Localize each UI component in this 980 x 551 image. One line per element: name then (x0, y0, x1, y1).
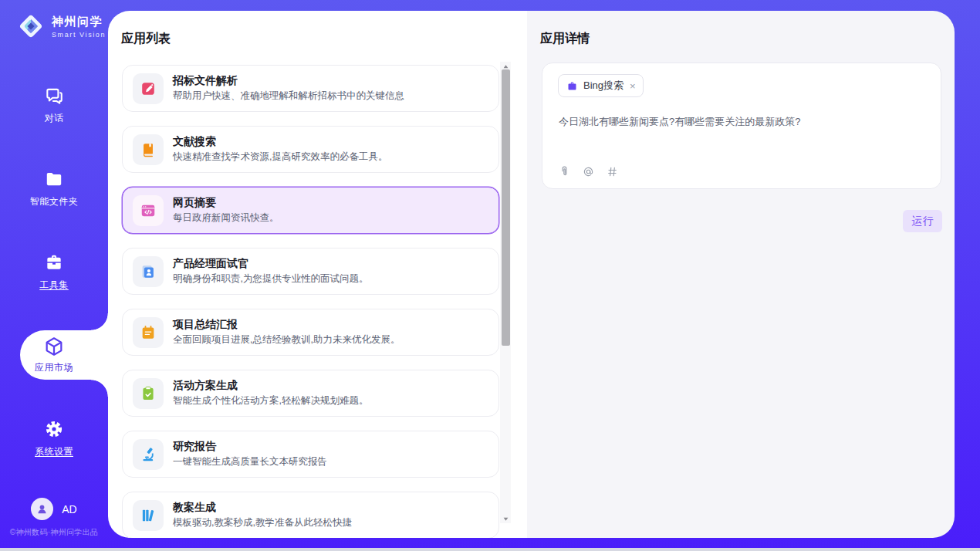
sidebar-nav: 对话 智能文件夹 工具集 应用市场 系统设置 (0, 63, 108, 480)
app-card-text: 网页摘要 每日政府新闻资讯快查。 (173, 196, 279, 225)
app-icon-tile (133, 195, 164, 226)
app-list-title: 应用列表 (121, 31, 171, 47)
sidebar-item-market[interactable]: 应用市场 (20, 330, 108, 380)
sidebar: 神州问学 Smart Vision 对话 智能文件夹 工具集 应用市场 (0, 0, 108, 548)
calendar-note-icon (140, 324, 157, 341)
sidebar-item-folders[interactable]: 智能文件夹 (0, 147, 108, 230)
brand-name: 神州问学 (52, 15, 106, 29)
app-name: 产品经理面试官 (173, 257, 368, 269)
app-description: 模板驱动,教案秒成,教学准备从此轻松快捷 (173, 516, 352, 529)
run-button[interactable]: 运行 (903, 210, 942, 232)
app-icon-tile (133, 73, 164, 104)
interview-icon (140, 263, 157, 280)
prompt-input[interactable]: 今日湖北有哪些新闻要点?有哪些需要关注的最新政策? (559, 114, 927, 130)
sidebar-item-label: 智能文件夹 (30, 195, 79, 208)
list-scrollbar[interactable] (500, 62, 511, 523)
app-detail-title: 应用详情 (540, 31, 590, 47)
app-icon-tile (133, 500, 164, 531)
gear-icon (44, 419, 64, 439)
paperclip-icon[interactable] (558, 165, 571, 178)
app-description: 帮助用户快速、准确地理解和解析招标书中的关键信息 (173, 90, 404, 103)
chat-icon (44, 86, 64, 106)
gem-logo-icon (14, 9, 48, 43)
copyright-footer: ©神州数码·神州问学出品 (0, 527, 108, 538)
app-card-text: 文献搜索 快速精准查找学术资源,提高研究效率的必备工具。 (173, 135, 387, 164)
app-name: 项目总结汇报 (173, 318, 400, 330)
app-name: 文献搜索 (173, 135, 387, 147)
sidebar-item-label: 对话 (45, 112, 64, 125)
attachment-toolbar (558, 165, 619, 178)
app-icon-tile (133, 439, 164, 470)
tool-chip-bing-search[interactable]: Bing搜索 × (558, 74, 644, 97)
app-description: 每日政府新闻资讯快查。 (173, 211, 279, 225)
scrollbar-thumb[interactable] (502, 69, 510, 346)
app-card[interactable]: 研究报告 一键智能生成高质量长文本研究报告 (122, 431, 499, 478)
app-list-panel: 应用列表 招标文件解析 帮助用户快速、准确地理解和解析招标书中的关键信息 (108, 11, 527, 538)
app-card-text: 教案生成 模板驱动,教案秒成,教学准备从此轻松快捷 (173, 501, 352, 529)
app-name: 教案生成 (173, 501, 352, 513)
hash-icon[interactable] (606, 165, 619, 178)
app-name: 招标文件解析 (173, 74, 404, 86)
tool-chip-label: Bing搜索 (583, 79, 623, 93)
bottom-edge-strip (0, 548, 980, 551)
main-content: 应用列表 招标文件解析 帮助用户快速、准确地理解和解析招标书中的关键信息 (108, 11, 955, 538)
app-description: 全面回顾项目进展,总结经验教训,助力未来优化发展。 (173, 333, 400, 346)
app-icon-tile (133, 134, 164, 165)
app-icon-tile (133, 317, 164, 348)
sidebar-item-label: 系统设置 (35, 445, 73, 458)
app-card[interactable]: 网页摘要 每日政府新闻资讯快查。 (122, 187, 499, 234)
brand-tagline: Smart Vision (52, 31, 106, 39)
user-avatar-icon (35, 502, 49, 516)
clipboard-check-icon (140, 385, 157, 402)
scroll-down-button[interactable] (500, 514, 511, 523)
app-name: 研究报告 (173, 440, 327, 452)
app-icon-tile (133, 256, 164, 287)
app-name: 网页摘要 (173, 196, 279, 208)
app-card-text: 活动方案生成 智能生成个性化活动方案,轻松解决规划难题。 (173, 379, 368, 407)
app-card[interactable]: 招标文件解析 帮助用户快速、准确地理解和解析招标书中的关键信息 (122, 65, 499, 112)
user-initials: AD (62, 503, 76, 516)
briefcase-icon (566, 80, 578, 92)
sidebar-item-label: 工具集 (39, 279, 69, 292)
app-description: 智能生成个性化活动方案,轻松解决规划难题。 (173, 394, 368, 407)
folder-icon (44, 169, 64, 189)
app-card-list: 招标文件解析 帮助用户快速、准确地理解和解析招标书中的关键信息 文献搜索 快速精… (122, 65, 499, 538)
avatar (31, 498, 53, 520)
app-card[interactable]: 项目总结汇报 全面回顾项目进展,总结经验教训,助力未来优化发展。 (122, 309, 499, 356)
app-card[interactable]: 活动方案生成 智能生成个性化活动方案,轻松解决规划难题。 (122, 370, 499, 417)
app-card-text: 产品经理面试官 明确身份和职责,为您提供专业性的面试问题。 (173, 257, 368, 286)
browser-code-icon (140, 202, 157, 219)
books-icon (140, 507, 157, 524)
close-icon[interactable]: × (630, 81, 636, 91)
app-description: 一键智能生成高质量长文本研究报告 (173, 455, 327, 468)
app-card-text: 研究报告 一键智能生成高质量长文本研究报告 (173, 440, 327, 468)
edit-square-icon (140, 80, 157, 97)
sidebar-item-settings[interactable]: 系统设置 (0, 397, 108, 480)
microscope-icon (140, 446, 157, 463)
app-name: 活动方案生成 (173, 379, 368, 391)
prompt-card: Bing搜索 × 今日湖北有哪些新闻要点?有哪些需要关注的最新政策? (542, 63, 941, 189)
app-card[interactable]: 教案生成 模板驱动,教案秒成,教学准备从此轻松快捷 (122, 492, 499, 538)
app-card[interactable]: 产品经理面试官 明确身份和职责,为您提供专业性的面试问题。 (122, 248, 499, 295)
brand-logo: 神州问学 Smart Vision (14, 9, 106, 43)
app-description: 明确身份和职责,为您提供专业性的面试问题。 (173, 272, 368, 286)
arrow-down-icon (502, 516, 509, 522)
app-card-text: 项目总结汇报 全面回顾项目进展,总结经验教训,助力未来优化发展。 (173, 318, 400, 346)
app-icon-tile (133, 378, 164, 409)
sidebar-item-chat[interactable]: 对话 (0, 63, 108, 147)
brand-text: 神州问学 Smart Vision (52, 15, 106, 39)
sidebar-item-tools[interactable]: 工具集 (0, 230, 108, 313)
sidebar-item-label: 应用市场 (35, 361, 73, 374)
cube-icon (43, 336, 65, 357)
app-detail-panel: 应用详情 Bing搜索 × 今日湖北有哪些新闻要点?有哪些需要关注的最新政策? … (527, 11, 955, 538)
toolbox-icon (44, 252, 64, 272)
app-card-text: 招标文件解析 帮助用户快速、准确地理解和解析招标书中的关键信息 (173, 74, 404, 103)
user-account[interactable]: AD (0, 498, 108, 520)
at-mention-icon[interactable] (582, 165, 595, 178)
app-description: 快速精准查找学术资源,提高研究效率的必备工具。 (173, 150, 387, 164)
app-card[interactable]: 文献搜索 快速精准查找学术资源,提高研究效率的必备工具。 (122, 126, 499, 173)
book-icon (140, 141, 157, 158)
